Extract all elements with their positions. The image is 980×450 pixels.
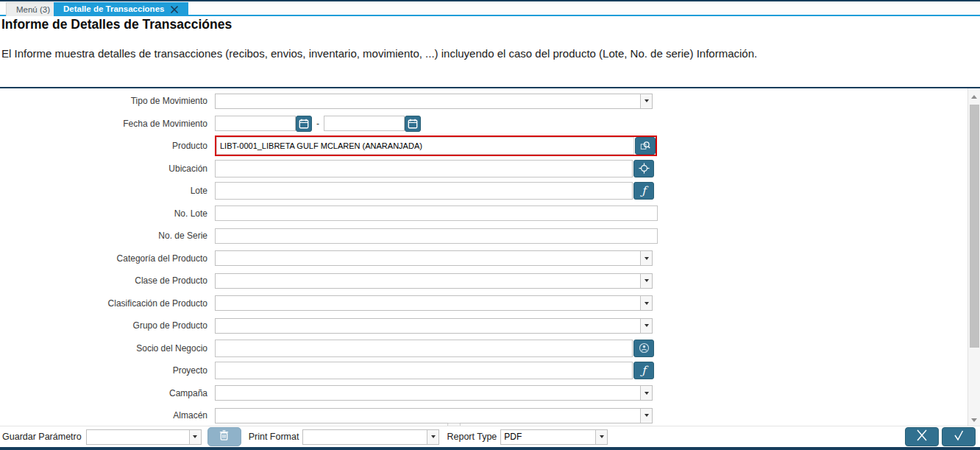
check-icon	[951, 429, 966, 445]
grupo-de-producto-input[interactable]	[216, 319, 640, 333]
proyecto-input[interactable]	[215, 362, 633, 379]
param-row-proyecto: Proyectoƒ	[0, 359, 967, 382]
page-title: Informe de Detalles de Transacciónes	[1, 17, 232, 32]
saved-parameter-dropdown-button[interactable]	[189, 430, 201, 444]
chevron-down-icon	[600, 435, 604, 438]
lote-lookup-button[interactable]: ƒ	[633, 182, 654, 200]
tipo-de-movimiento-dropdown-button[interactable]	[640, 94, 652, 108]
saved-parameter-combobox[interactable]	[86, 429, 202, 445]
param-row-no-lote: No. Lote	[0, 203, 967, 225]
fecha-de-movimiento-from-calendar-button[interactable]	[296, 116, 312, 132]
scrollbar-thumb[interactable]	[970, 105, 979, 348]
report-type-label: Report Type	[447, 432, 497, 442]
grupo-de-producto-dropdown-button[interactable]	[640, 319, 652, 333]
categoria-del-producto-input[interactable]	[216, 251, 640, 265]
socio-del-negocio-input[interactable]	[215, 340, 633, 357]
categoria-del-producto-label: Categoría del Producto	[0, 253, 215, 264]
categoria-del-producto-dropdown-button[interactable]	[640, 251, 652, 265]
no-de-serie-input[interactable]	[215, 228, 658, 244]
print-format-dropdown-button[interactable]	[427, 430, 438, 444]
cancel-button[interactable]	[905, 427, 939, 446]
no-lote-input[interactable]	[215, 205, 658, 221]
almacen-dropdown-button[interactable]	[640, 409, 652, 423]
socio-del-negocio-lookup-button[interactable]	[633, 340, 654, 357]
tab-detalle-label: Detalle de Transacciones	[63, 2, 164, 16]
clase-de-producto-combobox[interactable]	[215, 273, 653, 289]
param-row-fecha-de-movimiento: Fecha de Movimiento-	[0, 113, 967, 136]
tab-menu[interactable]: Menú (3)	[6, 2, 60, 16]
lote-label: Lote	[0, 186, 215, 196]
categoria-del-producto-combobox[interactable]	[215, 250, 653, 266]
param-row-tipo-de-movimiento: Tipo de Movimiento	[0, 90, 967, 113]
tab-bar: Menú (3) Detalle de Transacciones	[0, 1, 980, 16]
producto-input[interactable]	[216, 137, 634, 155]
report-type-input[interactable]	[501, 430, 595, 444]
fecha-de-movimiento-range: -	[215, 116, 421, 132]
socio-del-negocio-label: Socio del Negocio	[0, 343, 215, 354]
clasificacion-de-producto-input[interactable]	[216, 296, 640, 310]
clasificacion-de-producto-combobox[interactable]	[215, 295, 653, 311]
campana-dropdown-button[interactable]	[640, 386, 652, 400]
locate-icon	[639, 163, 650, 174]
scroll-up-button[interactable]	[968, 91, 980, 102]
producto-lookup-highlighted	[215, 136, 657, 156]
no-de-serie-label: No. de Serie	[0, 231, 215, 241]
record-zoom-icon: ƒ	[642, 365, 646, 376]
tipo-de-movimiento-combobox[interactable]	[215, 94, 653, 109]
lote-input[interactable]	[215, 182, 633, 200]
tab-menu-label: Menú (3)	[16, 5, 50, 14]
chevron-down-icon	[193, 435, 197, 438]
fecha-de-movimiento-label: Fecha de Movimiento	[0, 119, 215, 129]
clasificacion-de-producto-label: Clasificación de Producto	[0, 298, 215, 309]
param-row-socio-del-negocio: Socio del Negocio	[0, 337, 967, 360]
page-description: El Informe muestra detalles de transacci…	[1, 47, 958, 60]
fecha-de-movimiento-to-calendar-button[interactable]	[405, 116, 421, 132]
clase-de-producto-input[interactable]	[216, 274, 640, 288]
report-type-combobox[interactable]	[500, 429, 608, 445]
record-zoom-icon: ƒ	[642, 186, 646, 197]
scroll-down-button[interactable]	[968, 414, 980, 426]
ubicacion-lookup-button[interactable]	[633, 160, 654, 177]
ubicacion-input[interactable]	[215, 160, 633, 177]
fecha-de-movimiento-to-input[interactable]	[324, 116, 405, 131]
grupo-de-producto-combobox[interactable]	[215, 318, 653, 334]
cancel-x-icon	[915, 429, 929, 445]
chevron-down-icon	[645, 257, 649, 260]
parameter-form: Tipo de MovimientoFecha de Movimiento-Pr…	[0, 88, 967, 426]
producto-lookup-button[interactable]	[635, 137, 656, 155]
print-format-label: Print Format	[249, 432, 299, 442]
almacen-input[interactable]	[216, 409, 640, 423]
campana-input[interactable]	[216, 386, 640, 400]
param-row-no-de-serie: No. de Serie	[0, 225, 967, 247]
chevron-down-icon	[645, 99, 649, 102]
grupo-de-producto-label: Grupo de Producto	[0, 320, 215, 331]
ok-button[interactable]	[942, 427, 976, 446]
print-format-input[interactable]	[303, 430, 427, 444]
chevron-down-icon	[645, 302, 649, 305]
param-row-categoria-del-producto: Categoría del Producto	[0, 247, 967, 270]
date-range-separator: -	[316, 119, 319, 129]
footer-toolbar: Guardar Parámetro Print Format Report Ty…	[0, 426, 980, 447]
report-type-dropdown-button[interactable]	[595, 430, 607, 444]
campana-label: Campaña	[0, 388, 215, 398]
vertical-scrollbar[interactable]	[967, 88, 980, 426]
param-row-producto: Producto	[0, 135, 967, 158]
campana-combobox[interactable]	[215, 385, 653, 401]
no-lote-label: No. Lote	[0, 208, 215, 219]
chevron-down-icon	[645, 324, 649, 327]
clase-de-producto-dropdown-button[interactable]	[640, 274, 652, 288]
calendar-icon	[299, 119, 309, 129]
clasificacion-de-producto-dropdown-button[interactable]	[640, 296, 652, 310]
proyecto-lookup-button[interactable]: ƒ	[633, 362, 654, 379]
almacen-combobox[interactable]	[215, 408, 653, 423]
saved-parameter-input[interactable]	[87, 430, 189, 444]
fecha-de-movimiento-from-input[interactable]	[215, 116, 296, 131]
delete-saved-parameter-button[interactable]	[207, 427, 241, 446]
param-row-almacen: Almacén	[0, 404, 967, 426]
socio-del-negocio-lookup	[215, 340, 654, 357]
tipo-de-movimiento-input[interactable]	[216, 94, 640, 108]
print-format-combobox[interactable]	[302, 429, 439, 445]
close-tab-icon[interactable]	[170, 5, 179, 14]
tab-detalle-de-transacciones[interactable]: Detalle de Transacciones	[54, 2, 188, 16]
tipo-de-movimiento-label: Tipo de Movimiento	[0, 96, 215, 106]
